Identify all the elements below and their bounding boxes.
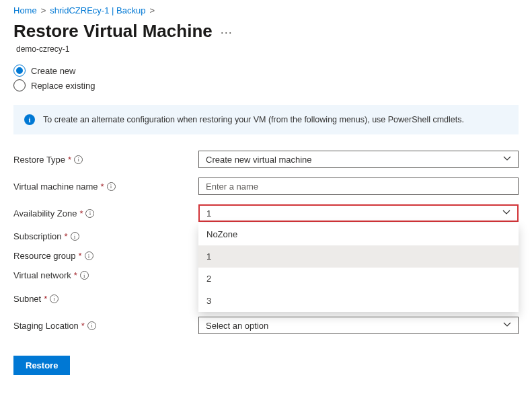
required-icon: * xyxy=(68,155,71,165)
label-staging-location: Staging Location xyxy=(13,321,79,331)
more-icon[interactable]: ··· xyxy=(221,26,233,40)
info-banner: i To create an alternate configuration w… xyxy=(13,105,519,134)
select-restore-type[interactable]: Create new virtual machine xyxy=(198,151,519,168)
row-staging-location: Staging Location * i Select an option xyxy=(13,317,519,334)
row-vm-name: Virtual machine name * i Enter a name xyxy=(13,177,519,195)
dropdown-item-nozone[interactable]: NoZone xyxy=(198,223,519,245)
restore-mode-group: Create new Replace existing xyxy=(13,65,519,91)
radio-label: Create new xyxy=(31,66,75,76)
page-title: Restore Virtual Machine xyxy=(13,21,213,42)
radio-icon xyxy=(13,65,26,77)
help-icon[interactable]: i xyxy=(71,232,79,241)
required-icon: * xyxy=(44,294,47,304)
required-icon: * xyxy=(81,321,85,331)
row-availability-zone: Availability Zone * i 1 NoZone 1 2 3 xyxy=(13,204,519,222)
page-subtitle: demo-czrecy-1 xyxy=(16,44,519,54)
chevron-down-icon xyxy=(503,321,511,331)
dropdown-item-1[interactable]: 1 xyxy=(198,245,519,268)
label-subnet: Subnet xyxy=(13,294,41,304)
breadcrumb: Home > shridCZREcy-1 | Backup > xyxy=(13,5,519,15)
input-vm-name[interactable]: Enter a name xyxy=(198,177,519,195)
input-placeholder: Enter a name xyxy=(206,182,258,192)
breadcrumb-item[interactable]: shridCZREcy-1 | Backup xyxy=(50,5,145,15)
help-icon[interactable]: i xyxy=(85,251,93,260)
dropdown-item-2[interactable]: 2 xyxy=(198,268,519,290)
label-resource-group: Resource group xyxy=(13,251,76,261)
label-availability-zone: Availability Zone xyxy=(13,208,77,219)
help-icon[interactable]: i xyxy=(80,271,89,280)
breadcrumb-home[interactable]: Home xyxy=(13,5,37,15)
label-restore-type: Restore Type xyxy=(13,155,65,165)
required-icon: * xyxy=(79,251,82,261)
radio-replace-existing[interactable]: Replace existing xyxy=(13,79,519,91)
chevron-right-icon: > xyxy=(149,5,155,15)
select-availability-zone[interactable]: 1 xyxy=(198,204,519,222)
availability-zone-dropdown: NoZone 1 2 3 xyxy=(198,223,519,312)
help-icon[interactable]: i xyxy=(74,155,83,164)
label-vm-name: Virtual machine name xyxy=(13,182,98,192)
restore-button[interactable]: Restore xyxy=(13,356,70,375)
row-restore-type: Restore Type * i Create new virtual mach… xyxy=(13,151,519,168)
chevron-right-icon: > xyxy=(41,5,46,15)
help-icon[interactable]: i xyxy=(107,182,116,191)
label-subscription: Subscription xyxy=(13,231,62,241)
required-icon: * xyxy=(74,270,77,280)
required-icon: * xyxy=(101,182,104,192)
select-staging-location[interactable]: Select an option xyxy=(198,317,519,334)
required-icon: * xyxy=(79,208,83,219)
radio-create-new[interactable]: Create new xyxy=(13,65,519,77)
dropdown-item-3[interactable]: 3 xyxy=(198,290,519,312)
radio-label: Replace existing xyxy=(31,81,95,91)
info-text: To create an alternate configuration whe… xyxy=(43,115,464,124)
chevron-down-icon xyxy=(503,155,511,165)
select-value: Select an option xyxy=(206,321,268,331)
required-icon: * xyxy=(65,231,68,241)
info-icon: i xyxy=(24,114,35,125)
radio-icon xyxy=(13,79,26,91)
help-icon[interactable]: i xyxy=(85,209,94,218)
chevron-down-icon xyxy=(502,208,510,219)
label-virtual-network: Virtual network xyxy=(13,270,71,280)
help-icon[interactable]: i xyxy=(50,294,59,303)
select-value: Create new virtual machine xyxy=(206,155,312,165)
help-icon[interactable]: i xyxy=(87,321,96,330)
select-value: 1 xyxy=(206,208,211,219)
